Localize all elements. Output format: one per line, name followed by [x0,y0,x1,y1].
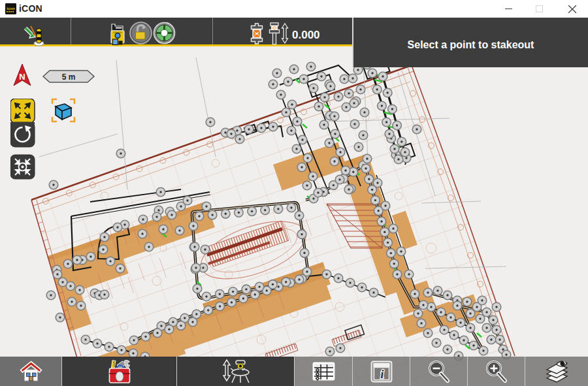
svg-text:icon: icon [7,7,15,10]
svg-text:i: i [380,367,384,381]
svg-text:5 m: 5 m [62,72,76,82]
svg-text:N: N [19,72,25,82]
